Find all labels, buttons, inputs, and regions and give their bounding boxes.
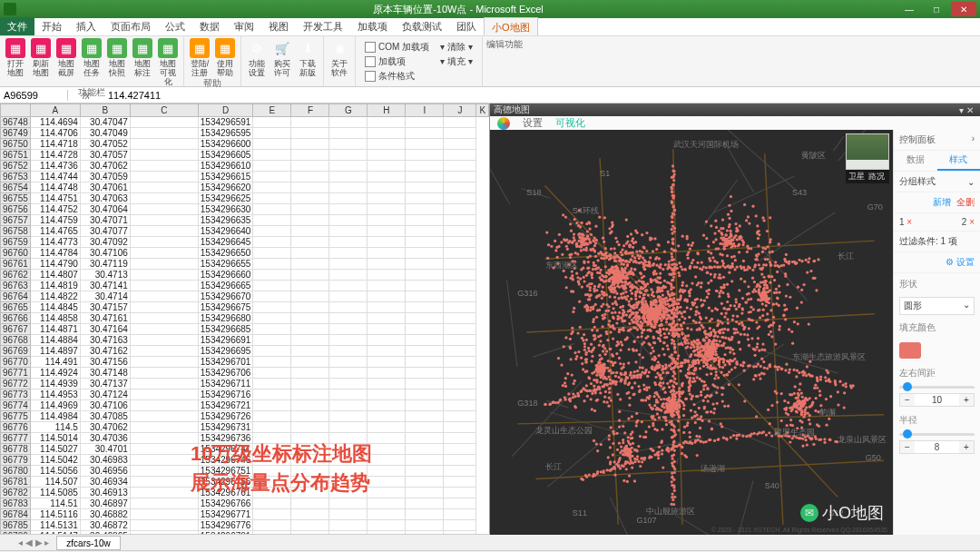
delete-all-button[interactable]: 全删 <box>956 196 975 209</box>
ribbon-填充[interactable]: ▾填充 ▾ <box>440 54 473 68</box>
ribbon-地图快照[interactable]: ▦地图快照 <box>105 38 129 77</box>
ribbon-登陆/注册[interactable]: ▦登陆/注册 <box>188 38 211 77</box>
tab-插入[interactable]: 插入 <box>69 21 103 32</box>
table-row[interactable]: 96762114.480730.47131534296660 <box>1 270 489 281</box>
table-row[interactable]: 96760114.478430.471061534296650 <box>1 248 489 259</box>
ribbon-打开地图[interactable]: ▦打开地图 <box>4 38 27 77</box>
col-header[interactable]: J <box>444 104 476 117</box>
col-header[interactable]: D <box>198 104 253 117</box>
table-row[interactable]: 96766114.485830.471611534296680 <box>1 313 489 324</box>
col-header[interactable]: A <box>30 104 80 117</box>
tab-页面布局[interactable]: 页面布局 <box>103 21 158 32</box>
tab-视图[interactable]: 视图 <box>261 21 296 32</box>
col-header[interactable]: F <box>291 104 329 117</box>
table-row[interactable]: 96775114.498430.470851534296726 <box>1 411 489 422</box>
ribbon-下载新版[interactable]: ⬇下载新版 <box>296 38 319 77</box>
table-row[interactable]: 96753114.474430.470591534296615 <box>1 172 489 182</box>
map-view[interactable]: 武汉天河国际机场黄陂区S4环线长江长江东湖生态旅游风景区龙泉山风景区中山舰旅游区… <box>490 130 893 535</box>
table-row[interactable]: 96754114.474830.470611534296620 <box>1 182 489 193</box>
ribbon-地图任务[interactable]: ▦地图任务 <box>80 38 103 77</box>
chevron-right-icon[interactable]: › <box>972 133 975 146</box>
table-row[interactable]: 96750114.471830.470521534296600 <box>1 139 489 150</box>
ribbon-关于软件[interactable]: ◉关于软件 <box>328 38 351 77</box>
tab-数据[interactable]: 数据 <box>192 21 227 32</box>
table-row[interactable]: 96781114.50730.469341534296756 <box>1 477 489 488</box>
table-row[interactable]: 96772114.493930.471371534296711 <box>1 379 489 389</box>
table-row[interactable]: 96751114.472830.470571534296605 <box>1 150 489 161</box>
table-row[interactable]: 96763114.481930.471411534296665 <box>1 281 489 291</box>
map-pane-close-icon[interactable]: ✕ <box>964 105 976 115</box>
gap-stepper[interactable]: −10+ <box>899 393 975 407</box>
sheet-tab[interactable]: zfcars-10w <box>56 536 120 550</box>
tab-加载项[interactable]: 加载项 <box>350 21 395 32</box>
table-row[interactable]: 96784114.511630.468821534296771 <box>1 509 489 520</box>
maximize-button[interactable]: □ <box>924 2 949 16</box>
chevron-down-icon[interactable]: ⌄ <box>967 177 975 187</box>
col-header[interactable]: E <box>253 104 291 117</box>
ribbon-功能设置[interactable]: ⚙功能设置 <box>245 38 269 77</box>
table-row[interactable]: 96749114.470630.470491534296595 <box>1 128 489 139</box>
table-row[interactable]: 96779114.504230.469831534296746 <box>1 455 489 466</box>
fx-label[interactable]: fx <box>68 90 104 101</box>
table-row[interactable]: 96780114.505630.469561534296751 <box>1 466 489 477</box>
table-row[interactable]: 96759114.477330.470921534296645 <box>1 237 489 248</box>
table-row[interactable]: 96783114.5130.468971534296766 <box>1 498 489 509</box>
tab-公式[interactable]: 公式 <box>158 21 192 32</box>
tab-开发工具[interactable]: 开发工具 <box>296 21 350 32</box>
tab-data[interactable]: 数据 <box>894 151 937 171</box>
ribbon-地图标注[interactable]: ▦地图标注 <box>131 38 154 77</box>
sheet-nav[interactable]: ◂ ◀ ▶ ▸ <box>18 537 49 547</box>
table-row[interactable]: 96771114.492430.471481534296706 <box>1 368 489 379</box>
radius-stepper[interactable]: −8+ <box>899 440 975 454</box>
col-header[interactable]: I <box>406 104 444 117</box>
map-settings-link[interactable]: 设置 <box>523 116 543 130</box>
name-box[interactable]: A96599 <box>0 90 68 101</box>
tab-审阅[interactable]: 审阅 <box>227 21 261 32</box>
ribbon-地图可视化[interactable]: ▦地图可视化 <box>156 38 180 86</box>
tab-负载测试[interactable]: 负载测试 <box>395 21 449 32</box>
table-row[interactable]: 96774114.496930.471061534296721 <box>1 400 489 411</box>
table-row[interactable]: 96748114.469430.470471534296591 <box>1 117 489 128</box>
table-row[interactable]: 96757114.475930.470711534296635 <box>1 215 489 226</box>
tab-团队[interactable]: 团队 <box>449 21 484 32</box>
table-row[interactable]: 96765114.484530.471571534296675 <box>1 302 489 313</box>
table-row[interactable]: 96786114.514730.468651534296781 <box>1 531 489 535</box>
ribbon-地图截屏[interactable]: ▦地图截屏 <box>54 38 78 77</box>
table-row[interactable]: 96752114.473630.470621534296610 <box>1 161 489 172</box>
filter-settings[interactable]: ⚙ 设置 <box>946 256 975 269</box>
col-header[interactable]: B <box>80 104 130 117</box>
ribbon-购买许可[interactable]: 🛒购买许可 <box>270 38 294 77</box>
close-icon[interactable]: × <box>906 217 912 227</box>
table-row[interactable]: 96778114.502730.47011534296741 <box>1 444 489 455</box>
ribbon-加载项[interactable]: 加载项 <box>365 54 429 68</box>
ribbon-条件格式[interactable]: 条件格式 <box>365 69 429 83</box>
col-header[interactable]: K <box>476 104 489 117</box>
tab-xiaoo-map[interactable]: 小O地图 <box>484 17 538 35</box>
table-row[interactable]: 96769114.489730.471621534296695 <box>1 346 489 357</box>
map-viz-link[interactable]: 可视化 <box>555 116 585 130</box>
table-row[interactable]: 96777114.501430.470361534296736 <box>1 433 489 444</box>
minimize-button[interactable]: — <box>897 2 922 16</box>
close-button[interactable]: ✕ <box>951 2 976 16</box>
ribbon-COM 加载项[interactable]: COM 加载项 <box>365 40 429 54</box>
radius-slider[interactable] <box>899 433 975 436</box>
ribbon-刷新地图[interactable]: ▦刷新地图 <box>29 38 53 77</box>
table-row[interactable]: 96761114.479030.471191534296655 <box>1 259 489 270</box>
formula-value[interactable]: 114.427411 <box>104 90 980 101</box>
col-header[interactable]: G <box>329 104 368 117</box>
table-row[interactable]: 96755114.475130.470631534296625 <box>1 193 489 204</box>
col-header[interactable]: H <box>368 104 406 117</box>
map-layer-thumb[interactable]: 卫星 路况 <box>846 133 889 183</box>
add-button[interactable]: 新增 <box>933 196 951 209</box>
table-row[interactable]: 96764114.482230.47141534296670 <box>1 291 489 302</box>
tab-file[interactable]: 文件 <box>0 17 34 35</box>
table-row[interactable]: 96782114.508530.469131534296761 <box>1 488 489 498</box>
table-row[interactable]: 96785114.513130.468721534296776 <box>1 520 489 531</box>
gap-slider[interactable] <box>899 386 975 389</box>
shape-select[interactable]: 圆形⌄ <box>899 297 975 315</box>
table-row[interactable]: 96758114.476530.470771534296640 <box>1 226 489 237</box>
table-row[interactable]: 96767114.487130.471641534296685 <box>1 324 489 335</box>
spreadsheet[interactable]: ABCDEFGHIJK96748114.469430.4704715342965… <box>0 104 490 534</box>
tab-开始[interactable]: 开始 <box>34 21 69 32</box>
table-row[interactable]: 96776114.530.470621534296731 <box>1 422 489 433</box>
